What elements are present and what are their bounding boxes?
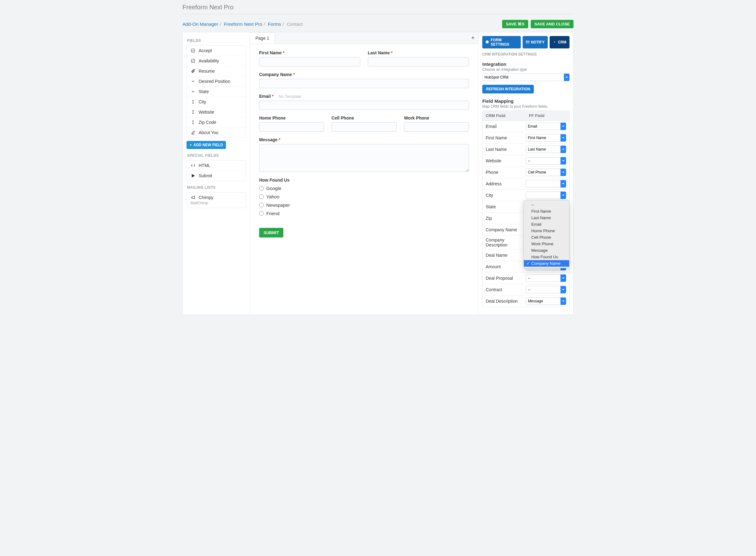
mapping-row: Address [482,178,569,190]
field-item[interactable]: Desired Position [187,76,246,86]
company-input[interactable] [259,79,469,88]
add-page-button[interactable]: + [467,32,478,44]
company-label: Company Name * [259,72,469,77]
field-label: HTML [199,163,210,168]
page-title: Freeform Next Pro [182,4,574,14]
crm-field-cell: Address [486,181,526,186]
radio-option[interactable]: Yahoo [259,194,469,199]
page-tab[interactable]: Page 1 [250,32,275,44]
radio-input[interactable] [259,186,264,190]
work-phone-input[interactable] [404,122,469,132]
radio-option[interactable]: Friend [259,211,469,216]
tab-form-settings[interactable]: FORM SETTINGS [482,36,521,48]
field-item[interactable]: About You [187,128,246,138]
cell-phone-input[interactable] [331,122,396,132]
breadcrumb-link[interactable]: Forms [268,22,281,27]
ff-field-select[interactable] [526,180,566,187]
ff-field-select[interactable]: Cell Phone [526,169,566,176]
field-label: Website [199,110,214,114]
checkbox-icon [190,59,195,63]
crm-field-cell: First Name [486,135,526,140]
dropdown-option[interactable]: Email [524,221,569,228]
text-cursor-icon [190,110,195,114]
field-mapping-sub: Map CRM fields to your Freeform fields. [482,104,570,109]
code-icon [190,163,195,168]
crm-field-cell: Company Name [486,227,526,232]
breadcrumb-current: Contact [287,22,303,27]
chevron-down-icon [190,90,195,94]
radio-option[interactable]: Newspaper [259,202,469,208]
dropdown-option[interactable]: How Found Us [524,254,569,260]
integration-select[interactable]: HubSpot CRM [482,74,570,81]
field-label: Accept [199,48,212,53]
crm-field-cell: Zip [486,216,526,221]
message-textarea[interactable] [259,144,469,172]
dropdown-option[interactable]: Work Phone [524,241,569,247]
breadcrumb-link[interactable]: Freeform Next Pro [224,22,262,27]
dropdown-option[interactable]: Company Name [524,260,569,267]
ff-field-select[interactable]: Last Name [526,146,566,153]
dropdown-option[interactable]: Message [524,247,569,254]
crm-field-cell: City [486,193,526,198]
how-found-label: How Found Us [259,178,469,182]
radio-input[interactable] [259,211,264,216]
cell-phone-label: Cell Phone [331,115,396,120]
submit-button[interactable]: SUBMIT [259,228,283,238]
dropdown-option[interactable]: First Name [524,208,569,214]
megaphone-icon [190,195,195,200]
dropdown-option[interactable]: -- [524,202,569,208]
ff-field-select[interactable]: First Name [526,134,566,142]
field-mapping-title: Field Mapping [482,98,570,104]
ff-field-select[interactable]: -- [526,274,566,282]
refresh-integration-button[interactable]: REFRESH INTEGRATION [482,85,534,94]
field-item[interactable]: Availability [187,56,246,66]
field-item[interactable]: City [187,97,246,107]
radio-option[interactable]: Google [259,186,469,191]
fields-heading: FIELDS [187,38,246,43]
integration-sub: Choose an integration type [482,67,570,72]
save-close-button[interactable]: SAVE AND CLOSE [531,20,574,28]
save-button[interactable]: SAVE ⌘S [502,20,528,28]
crm-field-cell: Last Name [486,147,526,152]
dropdown-option[interactable]: Cell Phone [524,234,569,241]
tab-crm[interactable]: CRM [550,36,570,48]
tab-notify[interactable]: NOTIFY [523,36,548,48]
crm-field-cell: Deal Name [486,253,526,258]
email-label: Email * No Template [259,94,469,99]
crm-field-cell: Company Description [486,238,526,247]
mailing-provider: MailChimp [190,201,245,208]
dropdown-option[interactable]: Last Name [524,214,569,221]
field-label: City [199,99,206,104]
ff-field-select[interactable]: Email [526,123,566,130]
first-name-input[interactable] [259,57,360,66]
ff-field-select[interactable]: -- [526,286,566,293]
breadcrumb-link[interactable]: Add-On Manager [182,22,218,27]
ff-field-select[interactable]: -- [526,157,566,165]
radio-input[interactable] [259,194,264,199]
field-item[interactable]: Website [187,107,246,117]
field-label: State [199,89,209,94]
ff-field-select[interactable] [526,192,566,199]
mapping-row: Last NameLast Name [482,144,569,155]
svg-point-4 [554,41,555,42]
home-phone-label: Home Phone [259,115,324,120]
add-new-field-button[interactable]: + ADD NEW FIELD [186,141,226,149]
col-crm-field: CRM Field [482,111,526,120]
edit-icon [190,130,195,135]
field-label: Resume [199,69,215,74]
email-input[interactable] [259,101,469,110]
crm-field-cell: Phone [486,170,526,175]
radio-input[interactable] [259,203,264,207]
crm-field-cell: Email [486,124,526,129]
field-item[interactable]: Accept [187,46,246,56]
dropdown-option[interactable]: Home Phone [524,228,569,234]
field-item[interactable]: State [187,86,246,97]
last-name-input[interactable] [368,57,469,66]
special-field-item[interactable]: Submit [187,171,246,181]
home-phone-input[interactable] [259,122,324,132]
special-field-item[interactable]: HTML [187,161,246,171]
field-item[interactable]: Resume [187,66,246,76]
ff-field-select[interactable]: Message [526,298,566,305]
ff-field-dropdown[interactable]: --First NameLast NameEmailHome PhoneCell… [524,200,570,268]
field-item[interactable]: Zip Code [187,117,246,128]
